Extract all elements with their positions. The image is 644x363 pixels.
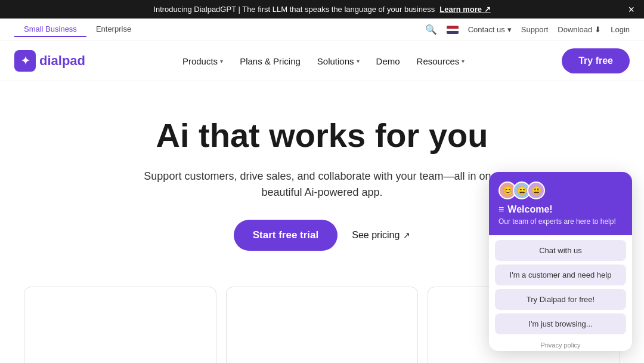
chat-widget: 😊 😄 😃 ≡ Welcome! Our team of experts are… [489, 172, 632, 351]
just-browsing-button[interactable]: I'm just browsing... [495, 313, 626, 334]
download-link[interactable]: Download ⬇ [558, 25, 601, 34]
secondary-nav: Small Business Enterprise 🔍 Contact us ▾… [0, 19, 644, 41]
agent-avatar-3: 😃 [527, 182, 545, 199]
product-card-1 [24, 287, 216, 363]
hero-subheading: Support customers, drive sales, and coll… [143, 168, 501, 201]
language-flag-icon[interactable] [447, 26, 459, 34]
nav-item-demo[interactable]: Demo [376, 56, 400, 66]
solutions-chevron-icon: ▾ [357, 58, 360, 64]
chat-privacy-link[interactable]: Privacy policy [489, 342, 632, 351]
hero-heading: Ai that works for you [14, 117, 630, 154]
chat-menu-icon: ≡ [499, 204, 504, 215]
products-chevron-icon: ▾ [220, 58, 223, 64]
secondary-nav-right: 🔍 Contact us ▾ Support Download ⬇ Login [425, 24, 630, 35]
chat-header: 😊 😄 😃 ≡ Welcome! Our team of experts are… [489, 172, 632, 235]
chat-with-us-button[interactable]: Chat with us [495, 240, 626, 261]
try-free-button[interactable]: Try free [562, 48, 630, 73]
tab-enterprise[interactable]: Enterprise [86, 22, 141, 37]
search-icon[interactable]: 🔍 [425, 24, 437, 35]
login-link[interactable]: Login [611, 25, 630, 34]
support-link[interactable]: Support [521, 25, 549, 34]
primary-nav: ✦ dialpad Products ▾ Plans & Pricing Sol… [0, 41, 644, 81]
see-pricing-link[interactable]: See pricing ↗ [352, 230, 410, 241]
chat-options: Chat with us I'm a customer and need hel… [489, 235, 632, 342]
chat-title: ≡ Welcome! [499, 204, 623, 215]
contact-us-chevron-icon: ▾ [507, 25, 512, 34]
close-announcement-button[interactable]: × [628, 4, 634, 15]
audience-tabs: Small Business Enterprise [14, 22, 141, 37]
try-dialpad-button[interactable]: Try Dialpad for free! [495, 289, 626, 310]
contact-us-link[interactable]: Contact us ▾ [468, 25, 512, 34]
start-free-trial-button[interactable]: Start free trial [234, 220, 338, 251]
announcement-text: Introducing DialpadGPT | The first LLM t… [153, 5, 435, 14]
nav-item-solutions[interactable]: Solutions ▾ [317, 56, 360, 66]
download-icon: ⬇ [595, 25, 601, 34]
logo-icon: ✦ [14, 50, 36, 72]
announcement-bar: Introducing DialpadGPT | The first LLM t… [0, 0, 644, 19]
logo[interactable]: ✦ dialpad [14, 50, 85, 72]
logo-symbol: ✦ [21, 54, 30, 67]
nav-item-resources[interactable]: Resources ▾ [417, 56, 465, 66]
chat-avatars: 😊 😄 😃 [499, 182, 623, 199]
primary-nav-links: Products ▾ Plans & Pricing Solutions ▾ D… [182, 56, 465, 66]
logo-text: dialpad [39, 53, 85, 69]
customer-help-button[interactable]: I'm a customer and need help [495, 264, 626, 285]
product-card-2 [226, 287, 419, 363]
nav-item-products[interactable]: Products ▾ [182, 56, 223, 66]
see-pricing-arrow-icon: ↗ [403, 230, 410, 240]
resources-chevron-icon: ▾ [462, 58, 465, 64]
learn-more-link[interactable]: Learn more ↗ [439, 5, 490, 14]
chat-subtitle: Our team of experts are here to help! [499, 217, 623, 226]
nav-item-plans-pricing[interactable]: Plans & Pricing [240, 56, 301, 66]
tab-small-business[interactable]: Small Business [14, 22, 86, 37]
